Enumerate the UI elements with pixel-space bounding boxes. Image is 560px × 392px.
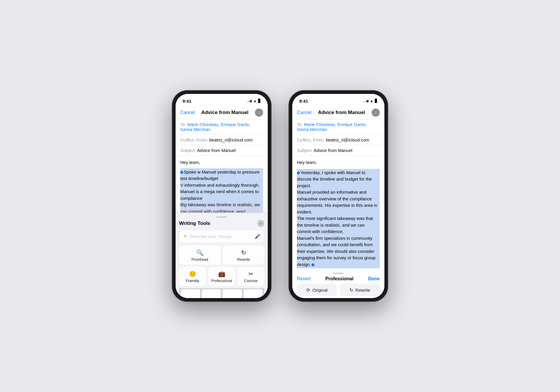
signal-icon — [247, 100, 252, 102]
apple-intelligence-icon: ✦ — [183, 233, 187, 239]
wifi-icon: ▲ — [253, 99, 257, 103]
writing-tools-panel: Writing Tools × ✦ Describe your change 🎤… — [176, 213, 268, 298]
keyboard-preview-row: ↓ ↓ — [179, 288, 264, 298]
friendly-icon: 🙂 — [189, 270, 196, 277]
wifi-icon-2: ▲ — [370, 99, 373, 103]
writing-tools-title: Writing Tools — [179, 220, 210, 226]
to-label-1: To: — [180, 122, 187, 127]
greeting-1: Hey team, — [180, 159, 263, 166]
status-time-2: 9:41 — [299, 99, 308, 104]
cc-label-1: Cc/Bcc, From: — [180, 137, 209, 142]
key-preview-1: ↓ — [181, 289, 200, 298]
professional-label: Professional — [211, 279, 232, 283]
greeting-2: Hey team, — [297, 159, 380, 166]
friendly-label: Friendly — [186, 279, 199, 283]
rewrite-label: Rewrite — [237, 257, 250, 262]
battery-icon-2: ▊ — [375, 99, 377, 103]
nav-bar-1: Cancel Advice from Manuel ↑ — [176, 106, 268, 119]
subject-value-1: Advice from Manuel — [197, 148, 236, 153]
writing-tools-buttons-row2: 🙂 Friendly 💼 Professional ✂ Concise — [179, 267, 264, 286]
status-bar-2: 9:41 ▲ ▊ — [292, 94, 384, 106]
subject-field-2[interactable]: Subject: Advice from Manuel — [292, 145, 384, 156]
rewrite-button[interactable]: ↻ Rewrite — [223, 246, 264, 265]
drag-handle-2 — [333, 273, 344, 274]
selected-text-1: Spoke w Manuel yesterday to pressure tes… — [180, 168, 263, 213]
nav-bar-2: Cancel Advice from Manuel ↑ — [292, 106, 384, 119]
drag-handle-1 — [216, 216, 227, 218]
cc-field-1[interactable]: Cc/Bcc, From: beatriz_ri@icloud.com — [176, 135, 268, 145]
cursor-start-1 — [180, 171, 183, 174]
proofread-button[interactable]: 🔍 Proofread — [179, 246, 220, 265]
battery-icon: ▊ — [258, 99, 261, 103]
cc-field-2[interactable]: Cc/Bcc, From: beatriz_ri@icloud.com — [292, 135, 384, 145]
subject-label-1: Subject: — [180, 148, 197, 153]
rewrite-final-icon: ↻ — [349, 287, 353, 293]
status-time-1: 9:41 — [183, 99, 191, 104]
original-label: Original — [312, 288, 328, 293]
to-recipients-2: Marie Chouteau, Enrique Gacto, Gema Merc… — [297, 122, 367, 132]
to-label-2: To: — [297, 122, 304, 127]
writing-tools-buttons-row1: 🔍 Proofread ↻ Rewrite — [179, 246, 264, 265]
email-body-1[interactable]: Hey team, Spoke w Manuel yesterday to pr… — [176, 156, 268, 213]
cc-value-2: beatriz_ri@icloud.com — [326, 137, 369, 142]
phone-1: 9:41 ▲ ▊ Cancel Advice from Manuel ↑ — [172, 90, 271, 302]
signal-icon-2 — [364, 100, 369, 102]
concise-button[interactable]: ✂ Concise — [237, 267, 264, 286]
cursor-start-2 — [297, 172, 300, 174]
phone-2: 9:41 ▲ ▊ Cancel Advice from Manuel ↑ — [289, 90, 388, 302]
concise-label: Concise — [244, 279, 258, 283]
status-icons-1: ▲ ▊ — [247, 99, 261, 103]
send-button-1[interactable]: ↑ — [255, 108, 263, 117]
send-button-2[interactable]: ↑ — [372, 108, 380, 117]
key-preview-3 — [223, 289, 242, 298]
rewrite-nav: Revert Professional Done — [297, 276, 380, 281]
original-icon: ⟳ — [306, 287, 310, 293]
proofread-icon: 🔍 — [196, 249, 204, 256]
rewrite-icon: ↻ — [241, 249, 246, 256]
subject-field-1[interactable]: Subject: Advice from Manuel — [176, 145, 268, 156]
proofread-label: Proofread — [191, 257, 208, 262]
rewrite-options: ⟳ Original ↻ Rewrite — [297, 284, 380, 296]
original-button[interactable]: ⟳ Original — [297, 284, 337, 296]
professional-icon: 💼 — [218, 270, 225, 277]
rewrite-final-label: Rewrite — [356, 288, 370, 293]
key-preview-4: ↓ — [244, 289, 263, 298]
cc-label-2: Cc/Bcc, From: — [297, 137, 326, 142]
subject-label-2: Subject: — [297, 148, 314, 153]
writing-tools-input-row[interactable]: ✦ Describe your change 🎤 — [179, 230, 264, 243]
writing-tools-header: Writing Tools × — [179, 220, 264, 227]
concise-icon: ✂ — [249, 270, 253, 277]
status-bar-1: 9:41 ▲ ▊ — [176, 94, 268, 106]
to-field-1[interactable]: To: Marie Chouteau, Enrique Gacto, Gema … — [176, 119, 268, 135]
revert-button[interactable]: Revert — [297, 276, 311, 281]
cancel-button-2[interactable]: Cancel — [297, 110, 312, 115]
nav-title-1: Advice from Manuel — [201, 110, 249, 116]
subject-value-2: Advice from Manuel — [314, 148, 353, 153]
writing-tools-input[interactable]: Describe your change — [190, 234, 252, 239]
cc-value-1: beatriz_ri@icloud.com — [209, 137, 253, 142]
microphone-icon[interactable]: 🎤 — [255, 234, 260, 239]
cursor-end-2 — [312, 263, 314, 266]
writing-tools-close-button[interactable]: × — [257, 220, 264, 227]
to-field-2[interactable]: To: Marie Chouteau, Enrique Gacto, Gema … — [292, 119, 384, 135]
key-preview-2 — [202, 289, 221, 298]
rewrite-toolbar: Revert Professional Done ⟳ Original ↻ Re… — [292, 270, 384, 298]
rewritten-text: Yesterday, I spoke with Manuel to discus… — [297, 169, 380, 269]
to-recipients-1: Marie Chouteau, Enrique Gacto, Gema Merc… — [180, 122, 250, 132]
rewrite-final-button[interactable]: ↻ Rewrite — [340, 284, 380, 296]
nav-title-2: Advice from Manuel — [318, 110, 365, 116]
professional-button[interactable]: 💼 Professional — [208, 267, 235, 286]
friendly-button[interactable]: 🙂 Friendly — [179, 267, 206, 286]
email-body-2[interactable]: Hey team, Yesterday, I spoke with Manuel… — [292, 156, 384, 270]
done-button[interactable]: Done — [368, 276, 380, 281]
rewrite-mode-title: Professional — [326, 276, 354, 281]
cancel-button-1[interactable]: Cancel — [180, 110, 195, 115]
status-icons-2: ▲ ▊ — [364, 99, 377, 103]
